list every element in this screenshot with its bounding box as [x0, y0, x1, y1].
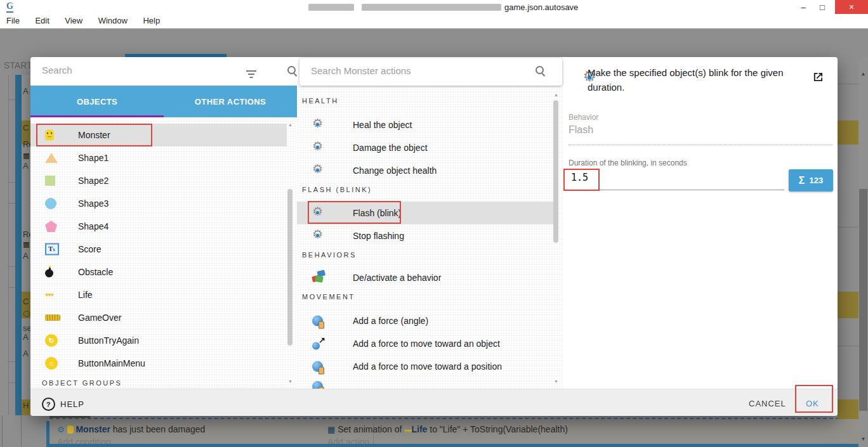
- filter-icon[interactable]: [246, 70, 256, 78]
- object-row-shape3[interactable]: Shape3: [30, 192, 287, 215]
- object-row-buttonmainmenu[interactable]: ⌂ ButtonMainMenu: [30, 352, 287, 375]
- menu-help[interactable]: Help: [136, 14, 166, 27]
- gear-icon: [312, 207, 325, 219]
- redacted-title-segment: [308, 4, 354, 11]
- object-row-shape1[interactable]: Shape1: [30, 146, 287, 169]
- object-row-score[interactable]: Score: [30, 238, 287, 261]
- event-sheet-scrollbar[interactable]: ▲ ▼: [858, 57, 868, 447]
- action-row-add-force-angle[interactable]: Add a force (angle): [297, 309, 553, 332]
- action-row-stop-flashing[interactable]: Stop flashing: [297, 224, 553, 247]
- event-row: ⚙ Monster has just been damaged Add cond…: [49, 418, 858, 447]
- close-button[interactable]: ×: [835, 0, 868, 14]
- object-search-input[interactable]: [41, 64, 233, 76]
- add-action-dialog: OBJECTS OTHER ACTIONS Monster Shape1 Sha…: [30, 57, 838, 415]
- action-row-flash-blink[interactable]: Flash (blink): [297, 202, 553, 224]
- gear-icon: [312, 141, 325, 154]
- highlighted-event-row: [838, 120, 858, 145]
- scroll-up-icon[interactable]: ▲: [858, 71, 868, 77]
- action-row-damage[interactable]: Damage the object: [297, 136, 553, 159]
- window-title: game.json.autosave: [504, 3, 578, 12]
- condition-text: has just been damaged: [110, 424, 205, 434]
- behavior-icon: [312, 272, 325, 283]
- action-label: Stop flashing: [353, 231, 404, 241]
- scroll-down-icon[interactable]: ▼: [554, 379, 558, 384]
- action-row-force-toward-object[interactable]: Add a force to move toward an object: [297, 332, 553, 355]
- section-header-behaviors: BEHAVIORS: [302, 251, 357, 259]
- cancel-button[interactable]: CANCEL: [749, 399, 786, 408]
- event-text-fragment: H: [23, 401, 29, 410]
- object-list-scrollbar-thumb[interactable]: [287, 189, 293, 346]
- highlighted-event-row: [838, 292, 858, 318]
- event-text-fragment: A: [23, 86, 29, 96]
- action-label: Heal the object: [353, 120, 412, 130]
- object-row-monster[interactable]: Monster: [30, 124, 287, 146]
- expression-editor-button[interactable]: Σ 123: [789, 169, 833, 191]
- object-label: Life: [78, 290, 93, 300]
- gear-icon: [312, 164, 325, 177]
- scroll-down-icon[interactable]: ▼: [858, 436, 868, 443]
- event-text-fragment: Re: [23, 230, 30, 239]
- search-icon: [536, 66, 546, 76]
- home-button-icon: ⌂: [45, 357, 58, 370]
- action-text: to "Life" + ToString(Variable(health): [427, 424, 567, 434]
- behavior-mini-icon: [23, 153, 29, 159]
- event-tree-line: [8, 75, 9, 415]
- event-text-fragment: se: [23, 323, 30, 333]
- menu-edit[interactable]: Edit: [29, 14, 55, 27]
- text-object-icon: [45, 243, 59, 256]
- object-label: ButtonMainMenu: [78, 358, 145, 368]
- duration-field-underline: [569, 181, 784, 190]
- object-row-shape4[interactable]: Shape4: [30, 215, 287, 238]
- object-row-life[interactable]: ♥♥♥ Life: [30, 283, 287, 306]
- open-in-new-icon[interactable]: [813, 72, 824, 82]
- object-row-gameover[interactable]: GameOver: [30, 306, 287, 329]
- menu-file[interactable]: File: [0, 14, 26, 27]
- event-sheet-right-edge: [838, 57, 858, 419]
- scrollbar-thumb[interactable]: [859, 189, 867, 411]
- scroll-up-icon[interactable]: ▲: [554, 93, 558, 97]
- hearts-icon: ♥♥♥: [45, 292, 53, 298]
- action-search-input[interactable]: [310, 65, 522, 77]
- help-button[interactable]: ?HELP: [42, 398, 84, 411]
- event-sheet-left-edge: A C Re A Re A C se A A H: [0, 75, 30, 415]
- tab-objects[interactable]: OBJECTS: [30, 86, 164, 117]
- retry-button-icon: ↻: [45, 334, 58, 347]
- ok-button[interactable]: OK: [806, 399, 819, 408]
- event-text-fragment: C: [23, 297, 29, 306]
- object-row-buttontryagain[interactable]: ↻ ButtonTryAgain: [30, 329, 287, 352]
- minimize-button[interactable]: –: [794, 0, 812, 14]
- action-search-bar: [299, 58, 562, 86]
- action-label: Add a force to move toward an object: [353, 339, 500, 349]
- force-icon: [312, 361, 323, 372]
- monster-mini-icon: [67, 425, 74, 434]
- scroll-up-icon[interactable]: ▲: [288, 122, 293, 127]
- menu-view[interactable]: View: [58, 14, 89, 27]
- action-row-force-toward-position[interactable]: Add a force to move toward a position: [297, 355, 553, 378]
- event-row-divider: [838, 346, 858, 346]
- event-indent-bar: [15, 75, 22, 415]
- tab-other-actions[interactable]: OTHER ACTIONS: [164, 86, 297, 117]
- force-icon: [312, 316, 323, 327]
- object-label: GameOver: [78, 313, 121, 323]
- event-tree-line: [21, 415, 22, 447]
- object-row-shape2[interactable]: Shape2: [30, 169, 287, 192]
- action-object-name: Life: [412, 424, 428, 434]
- event-text-fragment: Re: [23, 139, 30, 149]
- next-event-bar: [49, 444, 858, 447]
- action-list-scrollbar-thumb[interactable]: [553, 100, 558, 243]
- scroll-down-icon[interactable]: ▼: [288, 379, 293, 384]
- action-text: Set animation of: [338, 424, 404, 434]
- object-label: Shape2: [78, 176, 109, 186]
- maximize-button[interactable]: □: [813, 0, 831, 14]
- object-label: Monster: [78, 130, 110, 140]
- action-row-change-health[interactable]: Change object health: [297, 159, 553, 182]
- circle-icon: [45, 198, 56, 209]
- object-label: Score: [78, 244, 102, 254]
- life-mini-icon: ♥♥♥: [404, 428, 411, 434]
- object-row-obstacle[interactable]: Obstacle: [30, 261, 287, 283]
- object-label: Shape4: [78, 221, 109, 231]
- sigma-icon: Σ: [799, 175, 805, 186]
- menu-window[interactable]: Window: [92, 14, 134, 27]
- action-row-heal[interactable]: Heal the object: [297, 113, 553, 136]
- action-row-deactivate-behavior[interactable]: De/activate a behavior: [297, 266, 553, 289]
